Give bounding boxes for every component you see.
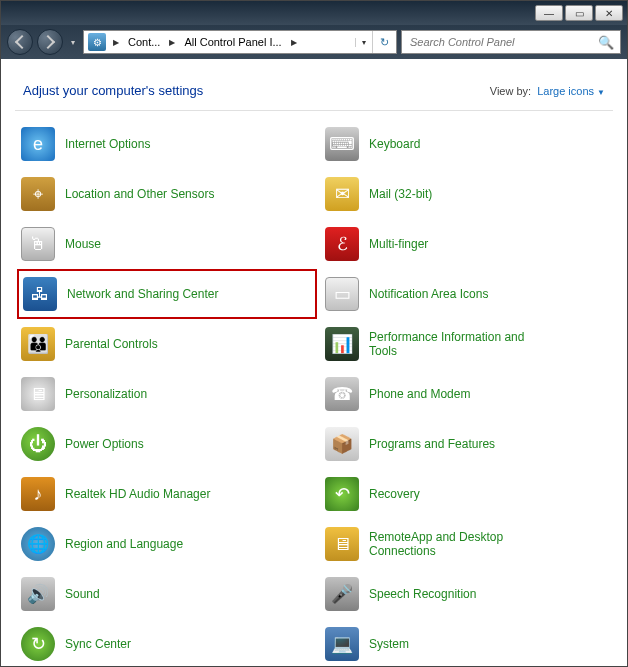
content-area: Adjust your computer's settings View by:…: [1, 59, 627, 666]
item-phone-label: Phone and Modem: [369, 387, 470, 401]
scroll-area[interactable]: eInternet Options⌨Keyboard⌖Location and …: [1, 113, 627, 666]
item-power-icon: ⏻: [21, 427, 55, 461]
address-bar[interactable]: ⚙ ▶ Cont... ▶ All Control Panel I... ▶ ▾…: [83, 30, 397, 54]
item-performance[interactable]: 📊Performance Information and Tools: [321, 319, 621, 369]
addr-dropdown-chevron-icon[interactable]: ▾: [355, 38, 372, 47]
breadcrumb-chevron-icon[interactable]: ▶: [288, 38, 300, 47]
search-box[interactable]: 🔍: [401, 30, 621, 54]
item-notification-label: Notification Area Icons: [369, 287, 488, 301]
item-internet-options-label: Internet Options: [65, 137, 150, 151]
item-sync[interactable]: ↻Sync Center: [17, 619, 317, 666]
item-remoteapp-label: RemoteApp and Desktop Connections: [369, 530, 549, 559]
item-programs[interactable]: 📦Programs and Features: [321, 419, 621, 469]
divider: [15, 110, 613, 111]
item-notification[interactable]: ▭Notification Area Icons: [321, 269, 621, 319]
item-speech-label: Speech Recognition: [369, 587, 476, 601]
item-network-icon: 🖧: [23, 277, 57, 311]
item-system-label: System: [369, 637, 409, 651]
item-power[interactable]: ⏻Power Options: [17, 419, 317, 469]
item-keyboard-icon: ⌨: [325, 127, 359, 161]
viewby-label: View by:: [490, 85, 531, 97]
viewby-value: Large icons: [537, 85, 594, 97]
item-realtek-icon: ♪: [21, 477, 55, 511]
item-personalization[interactable]: 🖥Personalization: [17, 369, 317, 419]
nav-history-chevron-icon[interactable]: ▾: [67, 29, 79, 55]
titlebar: — ▭ ✕: [1, 1, 627, 25]
item-system[interactable]: 💻System: [321, 619, 621, 666]
item-programs-icon: 📦: [325, 427, 359, 461]
search-icon[interactable]: 🔍: [598, 35, 614, 50]
maximize-button[interactable]: ▭: [565, 5, 593, 21]
item-sound-icon: 🔊: [21, 577, 55, 611]
item-parental-icon: 👪: [21, 327, 55, 361]
item-keyboard[interactable]: ⌨Keyboard: [321, 119, 621, 169]
items-grid: eInternet Options⌨Keyboard⌖Location and …: [17, 119, 621, 666]
item-programs-label: Programs and Features: [369, 437, 495, 451]
item-remoteapp-icon: 🖥: [325, 527, 359, 561]
refresh-button[interactable]: ↻: [372, 31, 396, 53]
item-recovery-icon: ↶: [325, 477, 359, 511]
item-region-label: Region and Language: [65, 537, 183, 551]
item-internet-options-icon: e: [21, 127, 55, 161]
item-network[interactable]: 🖧Network and Sharing Center: [17, 269, 317, 319]
breadcrumb-chevron-icon[interactable]: ▶: [166, 38, 178, 47]
item-multifinger-label: Multi-finger: [369, 237, 428, 251]
viewby: View by: Large icons ▼: [490, 85, 605, 97]
item-recovery-label: Recovery: [369, 487, 420, 501]
item-location-label: Location and Other Sensors: [65, 187, 214, 201]
page-title: Adjust your computer's settings: [23, 83, 203, 98]
item-personalization-label: Personalization: [65, 387, 147, 401]
navbar: ▾ ⚙ ▶ Cont... ▶ All Control Panel I... ▶…: [1, 25, 627, 59]
item-performance-icon: 📊: [325, 327, 359, 361]
item-phone[interactable]: ☎Phone and Modem: [321, 369, 621, 419]
item-multifinger-icon: ℰ: [325, 227, 359, 261]
item-mail[interactable]: ✉Mail (32-bit): [321, 169, 621, 219]
item-performance-label: Performance Information and Tools: [369, 330, 549, 359]
item-personalization-icon: 🖥: [21, 377, 55, 411]
breadcrumb-seg-1-label: Cont...: [128, 36, 160, 48]
item-speech[interactable]: 🎤Speech Recognition: [321, 569, 621, 619]
item-realtek[interactable]: ♪Realtek HD Audio Manager: [17, 469, 317, 519]
item-recovery[interactable]: ↶Recovery: [321, 469, 621, 519]
search-input[interactable]: [408, 35, 598, 49]
header: Adjust your computer's settings View by:…: [1, 77, 627, 102]
control-panel-window: — ▭ ✕ ▾ ⚙ ▶ Cont... ▶ All Control Panel …: [0, 0, 628, 667]
item-region[interactable]: 🌐Region and Language: [17, 519, 317, 569]
breadcrumb-seg-2-label: All Control Panel I...: [184, 36, 281, 48]
item-sound[interactable]: 🔊Sound: [17, 569, 317, 619]
item-location[interactable]: ⌖Location and Other Sensors: [17, 169, 317, 219]
item-sync-icon: ↻: [21, 627, 55, 661]
breadcrumb-seg-1[interactable]: Cont...: [122, 31, 166, 53]
forward-button[interactable]: [37, 29, 63, 55]
minimize-button[interactable]: —: [535, 5, 563, 21]
item-system-icon: 💻: [325, 627, 359, 661]
item-mouse[interactable]: 🖱Mouse: [17, 219, 317, 269]
item-parental-label: Parental Controls: [65, 337, 158, 351]
breadcrumb-chevron-icon[interactable]: ▶: [110, 38, 122, 47]
chevron-down-icon: ▼: [597, 88, 605, 97]
item-sync-label: Sync Center: [65, 637, 131, 651]
item-remoteapp[interactable]: 🖥RemoteApp and Desktop Connections: [321, 519, 621, 569]
item-mail-label: Mail (32-bit): [369, 187, 432, 201]
item-realtek-label: Realtek HD Audio Manager: [65, 487, 210, 501]
item-sound-label: Sound: [65, 587, 100, 601]
item-multifinger[interactable]: ℰMulti-finger: [321, 219, 621, 269]
item-network-label: Network and Sharing Center: [67, 287, 218, 301]
control-panel-icon: ⚙: [88, 33, 106, 51]
back-button[interactable]: [7, 29, 33, 55]
item-mail-icon: ✉: [325, 177, 359, 211]
item-location-icon: ⌖: [21, 177, 55, 211]
item-notification-icon: ▭: [325, 277, 359, 311]
item-region-icon: 🌐: [21, 527, 55, 561]
item-mouse-label: Mouse: [65, 237, 101, 251]
item-keyboard-label: Keyboard: [369, 137, 420, 151]
item-mouse-icon: 🖱: [21, 227, 55, 261]
item-phone-icon: ☎: [325, 377, 359, 411]
viewby-dropdown[interactable]: Large icons ▼: [537, 85, 605, 97]
item-parental[interactable]: 👪Parental Controls: [17, 319, 317, 369]
breadcrumb-seg-2[interactable]: All Control Panel I...: [178, 31, 287, 53]
item-power-label: Power Options: [65, 437, 144, 451]
close-button[interactable]: ✕: [595, 5, 623, 21]
item-speech-icon: 🎤: [325, 577, 359, 611]
item-internet-options[interactable]: eInternet Options: [17, 119, 317, 169]
